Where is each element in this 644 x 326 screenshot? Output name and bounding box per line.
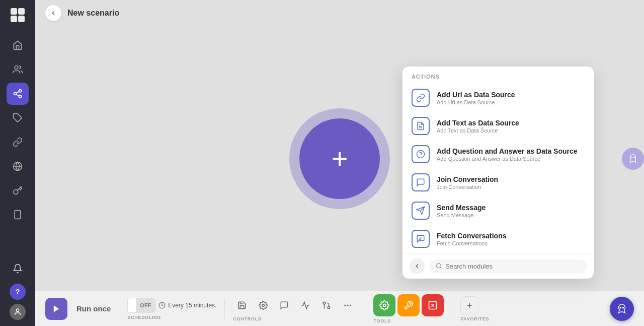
add-qa-text: Add Question and Answer as Data Source A… — [437, 147, 578, 162]
svg-point-41 — [620, 307, 621, 308]
tools-section: TOOLS — [373, 294, 444, 323]
interval-display: Every 15 minutes. — [158, 302, 216, 309]
scheduling-controls: OFF Every 15 minutes. — [127, 298, 216, 313]
schedule-toggle[interactable]: OFF — [127, 298, 155, 313]
avatar[interactable] — [10, 304, 26, 320]
send-message-text: Send Message Send Message — [437, 204, 486, 218]
join-conversation-text: Join Conversation Join Conversation — [437, 175, 498, 190]
add-url-title: Add Url as Data Source — [437, 91, 515, 99]
svg-line-27 — [440, 268, 441, 269]
search-icon — [436, 263, 442, 270]
add-module-button[interactable]: + — [299, 118, 380, 199]
svg-point-26 — [437, 264, 441, 268]
add-url-subtitle: Add Url as Data Source — [437, 99, 515, 105]
action-item-add-text[interactable]: Add Text as Data Source Add Text as Data… — [403, 112, 594, 140]
add-qa-subtitle: Add Question and Answer as Data Source — [437, 156, 578, 162]
tool-red-button[interactable] — [422, 294, 444, 316]
add-qa-icon-box — [412, 145, 430, 163]
settings-control-button[interactable] — [254, 296, 272, 314]
action-item-join-conversation[interactable]: Join Conversation Join Conversation — [403, 168, 594, 197]
header: New scenario — [35, 0, 644, 26]
sidebar: ? — [0, 0, 35, 326]
add-text-title: Add Text as Data Source — [437, 119, 519, 127]
tool-orange-button[interactable] — [397, 294, 420, 316]
popup-back-button[interactable] — [410, 258, 425, 274]
main-canvas: New scenario + ACTIONS Add Url a — [35, 0, 644, 326]
action-item-send-message[interactable]: Send Message Send Message — [403, 197, 594, 225]
divider-2 — [224, 299, 225, 319]
sidebar-item-device[interactable] — [7, 204, 29, 226]
sidebar-item-users[interactable] — [7, 58, 29, 81]
svg-point-34 — [348, 305, 349, 306]
svg-line-9 — [16, 91, 19, 93]
assistant-button[interactable] — [610, 297, 634, 321]
svg-point-16 — [631, 157, 632, 158]
run-label: Run once — [76, 304, 111, 313]
svg-point-35 — [350, 305, 351, 306]
notifications-button[interactable] — [7, 257, 29, 280]
svg-point-15 — [16, 309, 19, 311]
sidebar-item-puzzle[interactable] — [7, 107, 29, 129]
more-control-button[interactable] — [339, 296, 357, 314]
sidebar-item-home[interactable] — [7, 34, 29, 56]
divider-1 — [119, 299, 119, 319]
controls-section: CONTROLS — [233, 296, 357, 321]
controls-label: CONTROLS — [233, 316, 261, 321]
svg-rect-2 — [11, 16, 17, 22]
svg-point-37 — [383, 304, 386, 306]
action-item-fetch-conversations[interactable]: Fetch Conversations Fetch Conversations — [403, 225, 594, 253]
back-button[interactable] — [45, 5, 61, 21]
svg-point-4 — [15, 66, 18, 70]
magic-control-button[interactable] — [296, 296, 314, 314]
notes-control-button[interactable] — [275, 296, 293, 314]
send-message-title: Send Message — [437, 204, 486, 212]
fetch-conversations-title: Fetch Conversations — [437, 232, 506, 240]
schedule-off-label: OFF — [136, 298, 155, 312]
tool-green-button[interactable] — [373, 294, 395, 316]
scheduling-section: OFF Every 15 minutes. SCHEDULING — [127, 298, 216, 320]
join-conversation-icon-box — [412, 173, 430, 191]
sidebar-item-share[interactable] — [7, 83, 29, 105]
sidebar-item-globe[interactable] — [7, 155, 29, 177]
add-favorite-button[interactable] — [460, 296, 478, 314]
send-message-subtitle: Send Message — [437, 212, 486, 218]
add-text-subtitle: Add Text as Data Source — [437, 127, 519, 134]
add-url-icon-box — [412, 89, 430, 107]
fetch-conversations-icon-box — [412, 230, 430, 248]
ai-assistant-edge-button[interactable] — [622, 148, 644, 170]
search-modules-input[interactable] — [445, 263, 581, 270]
join-conversation-title: Join Conversation — [437, 175, 498, 183]
help-button[interactable]: ? — [10, 284, 26, 300]
favorites-section: FAVORITES — [460, 296, 489, 321]
svg-point-30 — [262, 304, 265, 306]
svg-line-8 — [16, 94, 19, 96]
fetch-conversations-text: Fetch Conversations Fetch Conversations — [437, 232, 506, 246]
run-button[interactable] — [45, 298, 67, 320]
search-modules-input-wrap[interactable] — [430, 259, 587, 273]
divider-4 — [452, 299, 452, 319]
save-control-button[interactable] — [233, 296, 251, 314]
favorites-label: FAVORITES — [460, 316, 489, 321]
sidebar-item-link[interactable] — [7, 131, 29, 153]
svg-point-5 — [19, 90, 22, 92]
plus-icon: + — [332, 145, 348, 173]
join-conversation-subtitle: Join Conversation — [437, 184, 498, 190]
fetch-conversations-subtitle: Fetch Conversations — [437, 240, 506, 246]
svg-rect-1 — [18, 8, 25, 15]
sidebar-item-key[interactable] — [7, 179, 29, 202]
scenario-title: New scenario — [67, 9, 119, 18]
svg-point-42 — [623, 307, 624, 308]
scheduling-label: SCHEDULING — [127, 315, 161, 320]
tools-label: TOOLS — [373, 318, 390, 323]
add-text-text: Add Text as Data Source Add Text as Data… — [437, 119, 519, 134]
action-item-add-qa[interactable]: Add Question and Answer as Data Source A… — [403, 140, 594, 168]
controls-buttons — [233, 296, 357, 314]
svg-rect-3 — [18, 16, 25, 22]
flow-control-button[interactable] — [317, 296, 336, 314]
svg-rect-0 — [11, 8, 17, 15]
svg-point-32 — [324, 302, 326, 304]
svg-point-17 — [634, 157, 635, 158]
action-item-add-url[interactable]: Add Url as Data Source Add Url as Data S… — [403, 84, 594, 112]
actions-section-label: ACTIONS — [403, 67, 594, 84]
app-logo[interactable] — [9, 6, 27, 24]
